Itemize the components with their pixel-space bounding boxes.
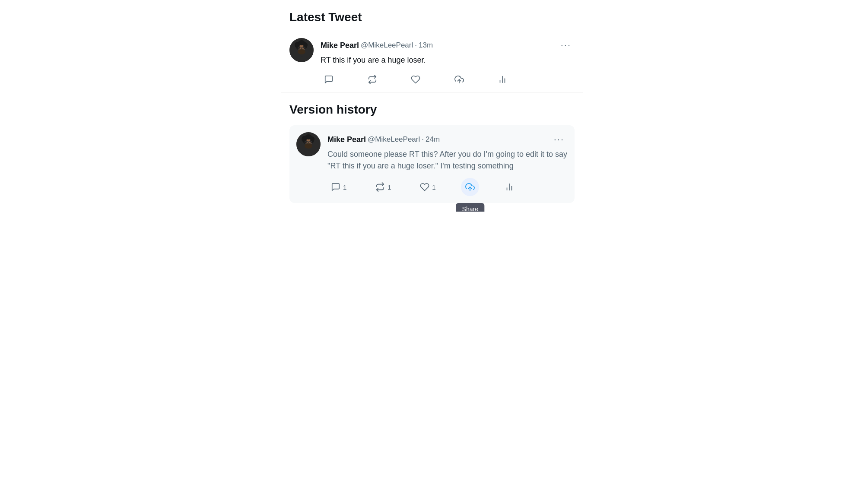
version-history-tweet-card: Mike Pearl @MikeLeePearl · 24m ··· Could… xyxy=(289,125,575,203)
retweet-button[interactable] xyxy=(364,72,381,87)
version-history-section: Version history Mike Pearl xyxy=(281,92,583,212)
version-tweet-time: 24m xyxy=(426,135,440,144)
version-reply-icon xyxy=(331,182,340,192)
tweet-content: Mike Pearl @MikeLeePearl · 13m ··· RT th… xyxy=(321,38,575,87)
author-name: Mike Pearl xyxy=(321,41,359,50)
tweet-header: Mike Pearl @MikeLeePearl · 13m ··· xyxy=(321,38,575,53)
like-button[interactable] xyxy=(407,72,424,87)
tweet-meta: Mike Pearl @MikeLeePearl · 13m xyxy=(321,41,433,50)
latest-tweet-card: Mike Pearl @MikeLeePearl · 13m ··· RT th… xyxy=(289,33,575,89)
version-tweet-meta: Mike Pearl @MikeLeePearl · 24m xyxy=(327,135,440,144)
dot: · xyxy=(415,41,417,50)
author-handle: @MikeLeePearl xyxy=(361,41,413,50)
reply-icon xyxy=(324,75,334,84)
version-share-button[interactable]: Share xyxy=(461,178,479,196)
avatar-history[interactable] xyxy=(296,132,321,156)
retweet-icon xyxy=(368,75,377,84)
version-retweet-button[interactable]: 1 xyxy=(372,180,394,194)
version-tweet-text: Could someone please RT this? After you … xyxy=(327,149,568,172)
like-icon xyxy=(411,75,420,84)
stats-icon xyxy=(498,75,507,84)
share-button[interactable] xyxy=(451,72,467,87)
more-options-button[interactable]: ··· xyxy=(557,38,575,53)
version-like-icon xyxy=(420,182,429,192)
version-tweet-content: Mike Pearl @MikeLeePearl · 24m ··· Could… xyxy=(327,132,568,196)
version-reply-button[interactable]: 1 xyxy=(327,180,350,194)
version-retweet-icon xyxy=(375,182,385,192)
version-tweet-actions: 1 1 1 xyxy=(327,178,518,196)
latest-tweet-title: Latest Tweet xyxy=(289,10,575,24)
avatar[interactable] xyxy=(289,38,314,62)
retweet-count: 1 xyxy=(388,184,391,191)
tweet-time: 13m xyxy=(419,41,433,50)
reply-button[interactable] xyxy=(321,72,337,87)
version-share-icon xyxy=(465,182,475,192)
version-author-handle: @MikeLeePearl xyxy=(368,135,420,144)
svg-point-10 xyxy=(298,49,305,54)
svg-point-26 xyxy=(305,143,312,149)
tweet-actions xyxy=(321,72,511,87)
reply-count: 1 xyxy=(343,184,346,191)
version-author-name: Mike Pearl xyxy=(327,135,366,144)
version-dot: · xyxy=(422,135,424,144)
version-history-title: Version history xyxy=(289,103,575,117)
version-stats-button[interactable] xyxy=(501,180,518,194)
latest-tweet-section: Latest Tweet xyxy=(281,0,583,92)
version-more-options-button[interactable]: ··· xyxy=(550,132,568,147)
share-tooltip: Share xyxy=(456,203,484,212)
tweet-text: RT this if you are a huge loser. xyxy=(321,54,575,66)
like-count: 1 xyxy=(432,184,435,191)
stats-button[interactable] xyxy=(494,72,511,87)
share-icon xyxy=(454,75,464,84)
version-like-button[interactable]: 1 xyxy=(416,180,439,194)
version-tweet-header: Mike Pearl @MikeLeePearl · 24m ··· xyxy=(327,132,568,147)
version-stats-icon xyxy=(505,182,514,192)
